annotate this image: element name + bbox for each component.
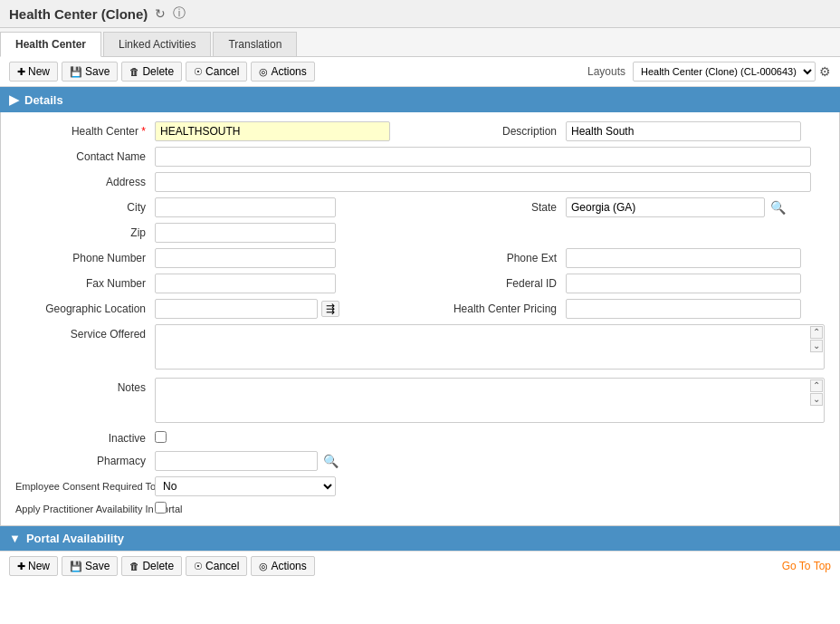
inactive-field [155,431,414,446]
bottom-new-button[interactable]: ✚ New [9,556,58,576]
health-center-pricing-input[interactable] [566,299,801,319]
health-center-label: Health Center * [15,125,151,138]
contact-name-label: Contact Name [15,150,151,163]
trash-icon: 🗑 [129,66,139,77]
zip-label: Zip [15,226,151,239]
service-offered-label: Service Offered [15,324,151,341]
health-center-pricing-field [566,299,825,319]
geographic-location-lookup-button[interactable]: ⇶ [321,301,339,317]
pharmacy-input[interactable] [155,451,318,471]
bottom-actions-icon: ◎ [259,561,268,572]
scroll-down-icon[interactable]: ⌄ [810,340,823,352]
apply-practitioner-field [155,502,414,516]
zip-field [155,223,414,243]
bottom-save-icon: 💾 [70,561,82,572]
employee-consent-select[interactable]: No Yes [155,476,336,496]
bottom-plus-icon: ✚ [17,561,25,572]
address-input[interactable] [155,172,811,192]
details-section: ▶ Details Health Center * Description Co… [0,87,840,526]
required-marker: * [141,125,146,138]
state-field: 🔍 [566,197,825,217]
employee-consent-label: Employee Consent Required To Store Medic… [15,476,151,493]
notes-scroll-up-icon[interactable]: ⌃ [810,379,823,392]
phone-number-field [155,248,414,268]
go-to-top-link[interactable]: Go To Top [782,560,831,572]
apply-practitioner-label: Apply Practitioner Availability In Porta… [15,503,151,515]
tab-translation[interactable]: Translation [213,32,297,56]
inactive-label: Inactive [15,432,151,445]
undo-icon[interactable]: ↻ [155,6,166,21]
bottom-actions-button[interactable]: ◎ Actions [251,556,314,576]
portal-section: ▼ Portal Availability [0,526,840,551]
state-input[interactable] [566,197,765,217]
scroll-up-icon[interactable]: ⌃ [810,326,823,339]
plus-icon: ✚ [17,66,25,78]
save-icon: 💾 [70,66,82,78]
apply-practitioner-checkbox[interactable] [155,502,167,514]
pharmacy-label: Pharmacy [15,455,151,467]
notes-field: ⌃ ⌄ [155,378,825,426]
notes-scroll-down-icon[interactable]: ⌄ [810,393,823,406]
bottom-delete-button[interactable]: 🗑 Delete [121,556,182,576]
phone-ext-field [566,248,825,268]
details-section-header: ▶ Details [0,87,840,112]
details-chevron-icon[interactable]: ▶ [9,92,19,107]
federal-id-label: Federal ID [417,277,562,290]
service-offered-scroll: ⌃ ⌄ [810,326,823,352]
tab-linked-activities[interactable]: Linked Activities [103,32,211,56]
service-offered-field: ⌃ ⌄ [155,324,825,372]
layout-config-icon[interactable]: ⚙ [819,64,831,79]
federal-id-input[interactable] [566,274,801,293]
actions-button[interactable]: ◎ Actions [251,62,314,82]
title-bar: Health Center (Clone) ↻ ⓘ [0,0,840,28]
address-field [155,172,825,192]
description-label: Description [417,125,562,138]
service-offered-input[interactable] [155,324,825,370]
details-section-body: Health Center * Description Contact Name… [0,112,840,526]
federal-id-field [566,274,825,293]
save-button[interactable]: 💾 Save [62,62,118,82]
cancel-button[interactable]: ☉ Cancel [186,62,247,82]
delete-button[interactable]: 🗑 Delete [121,62,182,82]
geographic-location-field: ⇶ [155,299,414,319]
info-icon[interactable]: ⓘ [173,5,186,22]
bottom-trash-icon: 🗑 [129,561,139,571]
description-input[interactable] [566,121,801,141]
address-label: Address [15,176,151,188]
description-field [566,121,825,141]
contact-name-input[interactable] [155,147,811,167]
health-center-input[interactable] [155,121,390,141]
phone-number-input[interactable] [155,248,336,268]
geographic-location-label: Geographic Location [15,302,151,315]
fax-number-label: Fax Number [15,277,151,290]
layouts-label: Layouts [587,65,625,78]
city-label: City [15,201,151,214]
layouts-select[interactable]: Health Center (Clone) (CL-000643) [633,62,816,82]
geographic-location-input[interactable] [155,299,318,319]
health-center-field [155,121,414,141]
page-title: Health Center (Clone) [9,6,148,22]
employee-consent-field: No Yes [155,476,414,496]
notes-scroll: ⌃ ⌄ [810,379,823,406]
inactive-checkbox[interactable] [155,431,167,443]
fax-number-input[interactable] [155,274,336,293]
state-search-button[interactable]: 🔍 [768,200,788,215]
details-form: Health Center * Description Contact Name… [1,112,839,525]
bottom-cancel-button[interactable]: ☉ Cancel [186,556,247,576]
contact-name-field [155,147,825,167]
top-toolbar: ✚ New 💾 Save 🗑 Delete ☉ Cancel ◎ Actions… [0,57,840,87]
city-input[interactable] [155,197,336,217]
notes-input[interactable] [155,378,825,423]
pharmacy-search-button[interactable]: 🔍 [321,454,340,468]
tab-health-center[interactable]: Health Center [0,32,101,57]
portal-section-header: ▼ Portal Availability [0,526,840,551]
new-button[interactable]: ✚ New [9,62,58,82]
fax-number-field [155,274,414,293]
portal-chevron-icon[interactable]: ▼ [9,532,21,545]
bottom-save-button[interactable]: 💾 Save [62,556,118,576]
bottom-cancel-icon: ☉ [194,561,203,572]
phone-ext-input[interactable] [566,248,801,268]
state-label: State [417,201,562,214]
zip-input[interactable] [155,223,336,243]
bottom-toolbar: ✚ New 💾 Save 🗑 Delete ☉ Cancel ◎ Actions… [0,551,840,581]
